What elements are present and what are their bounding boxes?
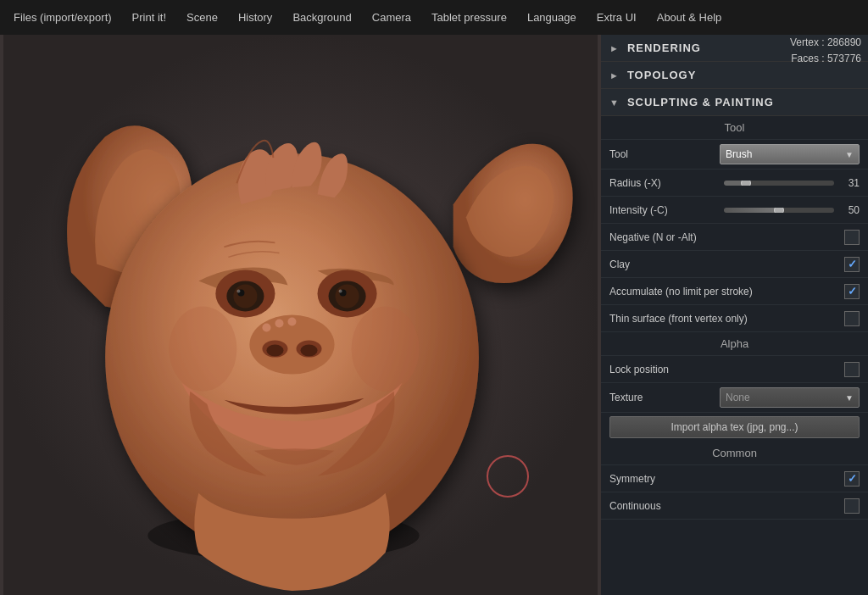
import-alpha-button[interactable]: Import alpha tex (jpg, png...)	[609, 416, 860, 438]
menu-about[interactable]: About & Help	[647, 0, 732, 35]
radius-control: 31	[724, 177, 860, 189]
menu-extra-ui[interactable]: Extra UI	[587, 0, 647, 35]
radius-slider-thumb	[741, 181, 751, 186]
texture-value: None	[726, 392, 750, 403]
radius-label: Radius (-X)	[609, 177, 724, 189]
continuous-control	[844, 498, 860, 514]
clay-label: Clay	[609, 259, 844, 270]
tool-dropdown-arrow: ▼	[845, 150, 854, 159]
negative-control	[844, 230, 860, 245]
radius-row: Radius (-X) 31	[601, 170, 868, 197]
menu-background[interactable]: Background	[282, 0, 361, 35]
tool-dropdown[interactable]: Brush ▼	[720, 144, 860, 164]
lock-position-control	[844, 362, 860, 377]
sculpting-title: SCULPTING & PAINTING	[627, 96, 774, 108]
menu-history[interactable]: History	[228, 0, 282, 35]
intensity-slider[interactable]	[724, 208, 834, 213]
symmetry-checkbox[interactable]	[844, 471, 860, 487]
symmetry-row: Symmetry	[601, 465, 868, 492]
thin-surface-row: Thin surface (front vertex only)	[601, 305, 868, 332]
svg-point-17	[301, 345, 318, 357]
svg-point-12	[339, 289, 342, 292]
intensity-control: 50	[724, 204, 860, 216]
lock-position-label: Lock position	[609, 364, 844, 375]
rendering-arrow: ►	[609, 43, 619, 53]
continuous-row: Continuous	[601, 492, 868, 520]
accumulate-label: Accumulate (no limit per stroke)	[609, 286, 844, 298]
menu-print[interactable]: Print it!	[122, 0, 176, 35]
intensity-slider-thumb	[774, 208, 784, 213]
menu-files[interactable]: Files (import/export)	[3, 0, 122, 35]
clay-row: Clay	[601, 251, 868, 278]
negative-checkbox[interactable]	[844, 230, 860, 245]
thin-surface-control	[844, 311, 860, 326]
rendering-title: RENDERING	[627, 42, 701, 54]
texture-label: Texture	[609, 392, 720, 403]
svg-point-19	[275, 320, 283, 328]
alpha-subsection-label: Alpha	[601, 332, 868, 356]
sculpting-section-header[interactable]: ▼ SCULPTING & PAINTING	[601, 89, 868, 116]
accumulate-checkbox[interactable]	[844, 284, 860, 299]
svg-point-7	[236, 289, 240, 292]
texture-dropdown-arrow: ▼	[845, 393, 854, 403]
negative-label: Negative (N or -Alt)	[609, 231, 844, 243]
thin-surface-label: Thin surface (front vertex only)	[609, 313, 844, 325]
topology-section-header[interactable]: ► TOPOLOGY	[601, 62, 868, 89]
svg-point-18	[262, 324, 270, 332]
tool-row: Tool Brush ▼	[601, 140, 868, 170]
symmetry-control	[844, 471, 860, 487]
tool-subsection-label: Tool	[601, 116, 868, 140]
menu-scene[interactable]: Scene	[176, 0, 228, 35]
intensity-slider-fill	[724, 208, 779, 213]
lock-position-row: Lock position	[601, 356, 868, 383]
symmetry-label: Symmetry	[609, 473, 844, 485]
texture-control: None ▼	[720, 387, 860, 408]
menu-camera[interactable]: Camera	[362, 0, 421, 35]
3d-viewport[interactable]	[0, 35, 601, 595]
tool-label: Tool	[609, 148, 720, 160]
svg-point-21	[169, 306, 236, 391]
intensity-label: Intensity (-C)	[609, 204, 724, 216]
clay-control	[844, 257, 860, 272]
rendering-section-header[interactable]: ► RENDERING	[601, 35, 868, 62]
continuous-checkbox[interactable]	[844, 498, 860, 514]
svg-point-10	[336, 284, 359, 308]
radius-value: 31	[839, 177, 860, 189]
tool-value: Brush	[726, 148, 752, 160]
texture-row: Texture None ▼	[601, 383, 868, 413]
svg-point-20	[287, 318, 296, 326]
continuous-label: Continuous	[609, 500, 844, 512]
menubar: Files (import/export) Print it! Scene Hi…	[0, 0, 868, 35]
main-area: ► RENDERING ► TOPOLOGY ▼ SCULPTING & PAI…	[0, 35, 868, 595]
svg-point-5	[233, 284, 257, 308]
svg-point-22	[352, 306, 420, 391]
sculpting-arrow: ▼	[609, 97, 619, 108]
lock-position-checkbox[interactable]	[844, 362, 860, 377]
intensity-row: Intensity (-C) 50	[601, 197, 868, 224]
common-subsection-label: Common	[601, 442, 868, 465]
texture-dropdown[interactable]: None ▼	[720, 387, 860, 408]
svg-point-16	[266, 345, 283, 357]
intensity-value: 50	[839, 204, 860, 216]
right-panel: ► RENDERING ► TOPOLOGY ▼ SCULPTING & PAI…	[601, 35, 868, 595]
negative-row: Negative (N or -Alt)	[601, 224, 868, 251]
tool-control: Brush ▼	[720, 144, 860, 164]
menu-language[interactable]: Language	[517, 0, 587, 35]
topology-title: TOPOLOGY	[627, 69, 696, 81]
accumulate-control	[844, 284, 860, 299]
radius-slider[interactable]	[724, 181, 834, 186]
clay-checkbox[interactable]	[844, 257, 860, 272]
accumulate-row: Accumulate (no limit per stroke)	[601, 278, 868, 305]
topology-arrow: ►	[609, 70, 619, 81]
menu-tablet[interactable]: Tablet pressure	[421, 0, 517, 35]
thin-surface-checkbox[interactable]	[844, 311, 860, 326]
